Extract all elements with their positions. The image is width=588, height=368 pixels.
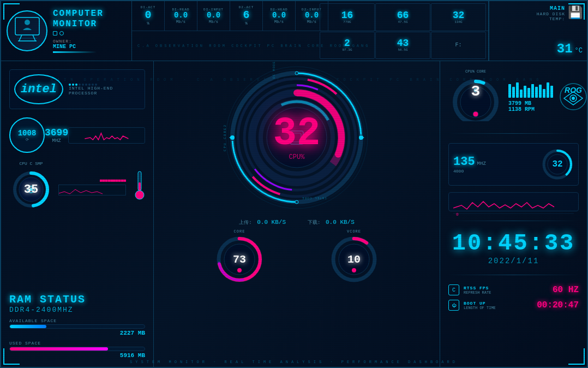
rtss-info: RTSS FPS REFRESH RATE bbox=[464, 286, 548, 295]
cpu-core-c1: 16 779G bbox=[320, 3, 375, 31]
download-value: 0.0 KB/S bbox=[326, 219, 355, 225]
owner-label: OWNER: bbox=[53, 39, 126, 44]
right-panel: CPU% CORE 3 bbox=[440, 61, 587, 367]
boot-icon: ⏻ bbox=[448, 300, 459, 311]
intel-info: INTEL HIGH-END PROCESSOR bbox=[69, 84, 140, 96]
right-freq-section: 135 MHZ 4000 32 bbox=[448, 143, 579, 186]
svg-point-32 bbox=[295, 200, 298, 204]
mini-gauges-row: CORE 73 VCOR bbox=[215, 229, 379, 284]
di-read-metric: DI-READ 0.0 Mb/s bbox=[165, 1, 197, 31]
deco-line-2 bbox=[448, 221, 579, 221]
right-temp-gauge-area: 32 bbox=[541, 148, 574, 181]
cpu-center-value: 32 CPU% bbox=[273, 114, 320, 161]
svg-text:ROG: ROG bbox=[565, 86, 582, 94]
core-gauge-value: 73 bbox=[233, 253, 246, 266]
dot-6 bbox=[85, 84, 87, 86]
cpu-core-c4: 2 97.3G bbox=[320, 32, 375, 60]
intel-section: intel INTEL HIGH-END PROCESSOR bbox=[9, 69, 145, 109]
disk-temp-unit: °C bbox=[575, 47, 583, 55]
right-freq-value: 135 bbox=[453, 155, 475, 169]
core-stat-mb1: 3799 MB bbox=[508, 100, 553, 106]
ram-type: DDR4-2400MHZ bbox=[9, 306, 145, 314]
mini-chart bbox=[58, 185, 126, 195]
bar-1 bbox=[508, 84, 511, 98]
rtss-value: 60 HZ bbox=[553, 285, 579, 295]
top-cpu-area: 16 779G 66 47.5G 32 134G 2 97.3G 43 56.5… bbox=[317, 1, 489, 61]
d2-act-metric: D2-ACT 6 % bbox=[230, 1, 263, 31]
cpu-speed-label: ⟳ bbox=[26, 138, 29, 142]
bar-11 bbox=[547, 82, 549, 98]
cpu-speed-val: 1008 bbox=[18, 129, 37, 138]
owner-value: MINE PC bbox=[53, 44, 126, 50]
rog-logo: ROG bbox=[559, 82, 588, 112]
upload-speed: 上传: 0.0 KB/S bbox=[239, 217, 286, 227]
cpu-core-c5: 43 56.5G bbox=[375, 32, 430, 60]
smp-value: 35 bbox=[24, 183, 38, 197]
boot-sublabel: LENGTH OF TIME bbox=[464, 306, 532, 310]
cpu-core-c3: 32 134G bbox=[431, 3, 486, 31]
dot-3 bbox=[75, 84, 77, 86]
ram-available-bar bbox=[9, 324, 145, 329]
intel-desc: INTEL HIGH-END bbox=[69, 86, 140, 91]
cpu-core-c6: F: bbox=[431, 32, 486, 60]
bar-6 bbox=[527, 88, 530, 98]
ram-available-fill bbox=[10, 325, 46, 328]
d2-head-metric: D2-HEAD 0.0 Mb/s bbox=[263, 1, 296, 31]
core-mini-gauge: 73 bbox=[215, 235, 264, 284]
boot-label: BOOT UP bbox=[464, 301, 532, 306]
header-text: COMPUTER MONITOR OWNER: MINE PC bbox=[53, 9, 126, 53]
bar-12 bbox=[550, 86, 553, 98]
bar-4 bbox=[520, 90, 523, 98]
core-stat-mb2: 1138 RPM bbox=[508, 106, 553, 112]
ram-title: RAM STATUS bbox=[9, 293, 145, 306]
core-bars bbox=[508, 81, 553, 98]
icon-circle bbox=[59, 31, 64, 35]
svg-point-47 bbox=[352, 268, 356, 272]
right-freq-unit: MHZ bbox=[477, 161, 486, 167]
download-speed: 下载: 0.0 KB/S bbox=[308, 217, 355, 227]
smp-gauge-area: CPU C SMP 35 bbox=[9, 161, 53, 211]
corner-tr bbox=[568, 3, 585, 20]
vcore-mini-gauge: 10 bbox=[329, 235, 379, 284]
boot-info: BOOT UP LENGTH OF TIME bbox=[464, 301, 532, 310]
ram-used: USED SPACE 5916 MB bbox=[9, 341, 145, 359]
top-bar: COMPUTER MONITOR OWNER: MINE PC DI-ACT 0 bbox=[1, 1, 587, 61]
freq-unit: MHZ bbox=[45, 138, 68, 144]
intel-desc2: PROCESSOR bbox=[69, 91, 140, 96]
ram-available: AVAILABLE SPACE 2227 MB bbox=[9, 318, 145, 336]
upload-label: 上传: bbox=[239, 220, 251, 225]
bar-2 bbox=[512, 87, 515, 98]
di-act-metric: DI-ACT 0 % bbox=[132, 1, 165, 31]
waveform bbox=[68, 127, 145, 144]
core-gauge-area: CORE 73 bbox=[215, 229, 264, 284]
rog-area: ROG bbox=[559, 82, 588, 112]
dot-7 bbox=[88, 84, 91, 86]
dot-4 bbox=[79, 84, 81, 86]
dot-9 bbox=[95, 84, 97, 86]
ram-available-label: AVAILABLE SPACE bbox=[9, 318, 145, 323]
ram-available-value: 2227 MB bbox=[9, 330, 145, 336]
svg-text:INTEL CORE: INTEL CORE bbox=[302, 196, 327, 200]
vcore-gauge-value: 10 bbox=[347, 253, 361, 266]
deco-line-1 bbox=[448, 133, 579, 134]
boot-value: 00:20:47 bbox=[537, 300, 579, 310]
bar-8 bbox=[535, 87, 538, 98]
svg-line-1 bbox=[19, 35, 22, 41]
svg-point-43 bbox=[237, 268, 242, 272]
header-progress-bar bbox=[53, 51, 97, 53]
svg-point-33 bbox=[295, 72, 298, 75]
corner-bl bbox=[3, 348, 20, 365]
bar-9 bbox=[539, 85, 542, 98]
core-right-info: 3799 MB 1138 RPM bbox=[508, 81, 553, 112]
rtss-row: C RTSS FPS REFRESH RATE 60 HZ bbox=[448, 284, 579, 295]
cpu-main-label: CPU% bbox=[273, 153, 320, 161]
bottom-bar: SYSTEM MONITOR · REAL TIME ANALYSIS · PE… bbox=[130, 360, 458, 364]
bar-3 bbox=[516, 82, 519, 98]
clock-time: 10:45:33 bbox=[448, 230, 579, 257]
corner-tl bbox=[3, 3, 20, 20]
ram-used-value: 5916 MB bbox=[9, 352, 145, 359]
mini-waveform-area bbox=[68, 127, 145, 144]
freq-value: 3699 bbox=[45, 127, 68, 138]
system-stats: C RTSS FPS REFRESH RATE 60 HZ ⏻ BOOT UP … bbox=[448, 284, 579, 311]
icon-grid bbox=[53, 31, 57, 35]
